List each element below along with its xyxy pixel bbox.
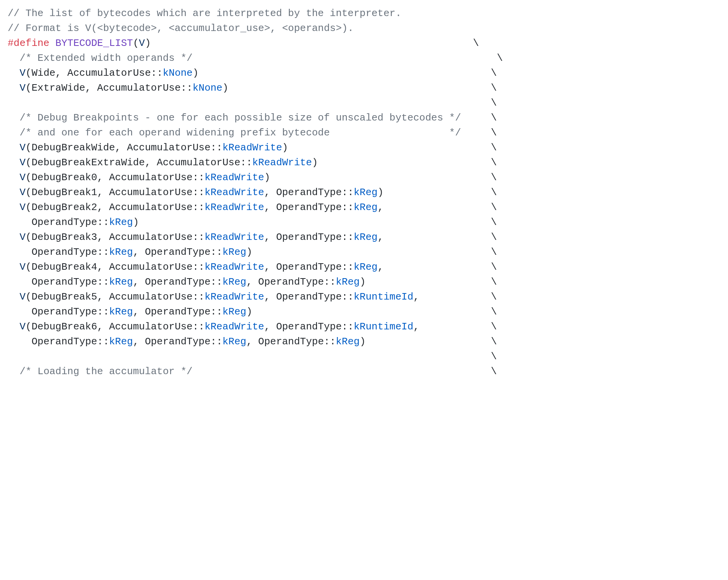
code-line: \	[8, 351, 497, 362]
preprocessor-define: define	[14, 37, 50, 49]
line-continuation: \	[491, 336, 497, 347]
padding	[461, 127, 491, 138]
code-line: // Format is V(<bytecode>, <accumulator_…	[8, 23, 354, 34]
indent	[8, 142, 20, 153]
indent	[8, 366, 20, 377]
enum-value: kReadWrite	[205, 202, 264, 213]
macro-call: V	[20, 291, 26, 303]
indent	[8, 261, 20, 273]
code-line: V(DebugBreakWide, AccumulatorUse::kReadW…	[8, 142, 497, 153]
padding	[193, 366, 491, 377]
indent	[8, 82, 20, 94]
padding	[139, 217, 491, 228]
line-continuation: \	[491, 187, 497, 198]
enum-value: kReg	[354, 187, 377, 198]
padding	[366, 276, 491, 288]
enum-value: kReg	[109, 306, 133, 318]
text: ,	[377, 202, 384, 213]
padding	[366, 336, 491, 347]
text: , OperandType::	[264, 291, 354, 303]
code-line: /* Loading the accumulator */ \	[8, 366, 497, 377]
text: (DebugBreak2, AccumulatorUse::	[26, 202, 205, 213]
enum-value: kReadWrite	[252, 157, 312, 168]
indent	[8, 231, 20, 243]
padding	[270, 172, 491, 183]
padding	[193, 52, 497, 64]
padding	[461, 112, 491, 124]
line-continuation: \	[491, 127, 497, 138]
line-continuation: \	[491, 202, 497, 213]
text: , OperandType::	[264, 231, 354, 243]
enum-value: kReadWrite	[223, 142, 282, 153]
macro-param: V	[139, 37, 145, 49]
line-continuation: \	[473, 37, 479, 49]
indent	[8, 336, 31, 347]
text: (DebugBreakExtraWide, AccumulatorUse::	[26, 157, 252, 168]
padding	[8, 351, 491, 362]
enum-value: kReg	[223, 246, 246, 258]
text: )	[246, 306, 252, 318]
indent	[8, 52, 20, 64]
enum-value: kNone	[163, 67, 193, 79]
code-line: OperandType::kReg, OperandType::kReg) \	[8, 246, 497, 258]
text: , OperandType::	[133, 276, 223, 288]
text: (DebugBreak6, AccumulatorUse::	[26, 321, 205, 332]
enum-value: kReg	[109, 246, 133, 258]
line-continuation: \	[491, 142, 497, 153]
text: )	[360, 276, 366, 288]
text: OperandType::	[31, 217, 109, 228]
enum-value: kReadWrite	[205, 172, 264, 183]
line-continuation: \	[491, 172, 497, 183]
enum-value: kReg	[354, 202, 377, 213]
text: , OperandType::	[133, 336, 223, 347]
padding	[419, 291, 491, 303]
line-continuation: \	[491, 67, 497, 79]
line-continuation: \	[491, 112, 497, 124]
padding	[228, 82, 491, 94]
text: , OperandType::	[264, 261, 354, 273]
indent	[8, 67, 20, 79]
text: )	[360, 336, 366, 347]
code-line: OperandType::kReg, OperandType::kReg) \	[8, 306, 497, 318]
text: , OperandType::	[133, 246, 223, 258]
comment: /* Debug Breakpoints - one for each poss…	[20, 112, 461, 124]
line-continuation: \	[497, 52, 503, 64]
padding	[384, 231, 491, 243]
enum-value: kReg	[354, 231, 377, 243]
text: )	[312, 157, 318, 168]
line-continuation: \	[491, 246, 497, 258]
enum-value: kReg	[354, 261, 377, 273]
text: )	[133, 217, 139, 228]
enum-value: kReadWrite	[205, 261, 264, 273]
enum-value: kReadWrite	[205, 187, 264, 198]
line-continuation: \	[491, 351, 497, 362]
text-space	[49, 37, 55, 49]
text: OperandType::	[31, 336, 109, 347]
code-line: \	[8, 97, 497, 109]
code-line: OperandType::kReg) \	[8, 217, 497, 228]
enum-value: kReg	[223, 306, 246, 318]
code-block: // The list of bytecodes which are inter…	[0, 0, 728, 385]
code-line: /* and one for each operand widening pre…	[8, 127, 497, 138]
code-line: V(DebugBreak4, AccumulatorUse::kReadWrit…	[8, 261, 497, 273]
text: OperandType::	[31, 246, 109, 258]
macro-name: BYTECODE_LIST	[55, 37, 133, 49]
indent	[8, 246, 31, 258]
line-continuation: \	[491, 276, 497, 288]
preprocessor-hash: #	[8, 37, 14, 49]
code-line: V(DebugBreakExtraWide, AccumulatorUse::k…	[8, 157, 497, 168]
indent	[8, 172, 20, 183]
text: (DebugBreak3, AccumulatorUse::	[26, 231, 205, 243]
text: ,	[377, 231, 384, 243]
indent	[8, 306, 31, 318]
line-continuation: \	[491, 231, 497, 243]
comment: // Format is V(<bytecode>, <accumulator_…	[8, 23, 354, 34]
macro-call: V	[20, 67, 26, 79]
text: (DebugBreak5, AccumulatorUse::	[26, 291, 205, 303]
macro-call: V	[20, 187, 26, 198]
indent	[8, 276, 31, 288]
text: ,	[413, 321, 419, 332]
code-line: OperandType::kReg, OperandType::kReg, Op…	[8, 276, 497, 288]
enum-value: kRuntimeId	[354, 321, 413, 332]
indent	[8, 157, 20, 168]
